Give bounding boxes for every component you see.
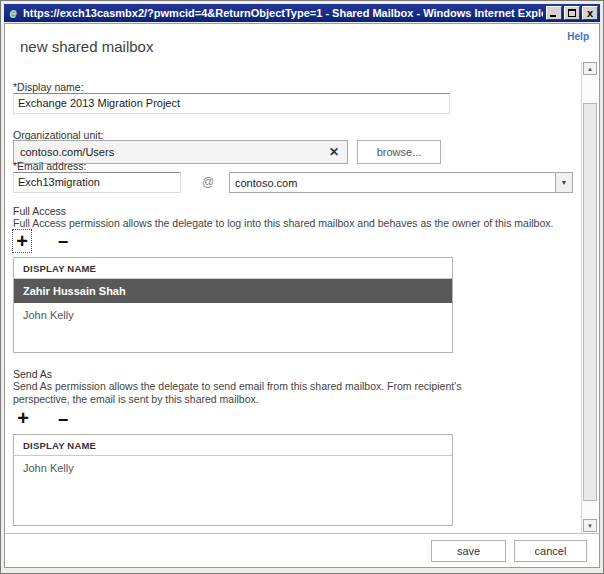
send-as-list: DISPLAY NAME John Kelly [13,434,453,526]
remove-full-access-button[interactable]: − [55,233,71,251]
email-domain-value: contoso.com [235,177,555,189]
email-address-label: *Email address: [13,160,87,172]
scrollbar-track[interactable] [583,75,597,519]
send-as-title: Send As [13,368,52,380]
scroll-down-icon[interactable]: ▼ [583,519,597,532]
cancel-button[interactable]: cancel [514,540,587,562]
browse-button[interactable]: browse... [357,140,441,164]
close-icon: x [583,7,597,19]
window-title: https://exch13casmbx2/?pwmcid=4&ReturnOb… [23,7,543,19]
display-name-column-header: DISPLAY NAME [14,435,452,456]
add-full-access-button[interactable]: + [12,229,32,253]
list-item[interactable]: Zahir Hussain Shah [14,279,452,303]
window-controls: x [546,6,598,20]
full-access-description: Full Access permission allows the delega… [13,217,553,230]
scroll-up-icon[interactable]: ▲ [583,62,597,75]
scrollbar-thumb[interactable] [583,103,597,501]
form-area: Help new shared mailbox *Display name: E… [5,24,599,534]
chevron-down-icon[interactable]: ▼ [555,173,572,192]
minimize-button[interactable] [546,6,562,20]
maximize-button[interactable] [564,6,580,20]
full-access-title: Full Access [13,205,66,217]
maximize-icon [568,9,576,17]
send-as-description: Send As permission allows the delegate t… [13,380,481,405]
page-title: new shared mailbox [20,38,153,55]
email-alias-input[interactable]: Exch13migration [13,172,181,193]
organizational-unit-value: contoso.com/Users [20,146,327,158]
list-item[interactable]: John Kelly [14,303,452,327]
help-link[interactable]: Help [567,31,589,42]
list-item[interactable]: John Kelly [14,456,452,480]
remove-send-as-button[interactable]: − [55,411,71,429]
at-symbol-icon: @ [202,175,214,189]
save-button[interactable]: save [431,540,506,562]
clear-icon[interactable]: ✕ [327,145,341,159]
titlebar[interactable]: e https://exch13casmbx2/?pwmcid=4&Return… [4,4,600,22]
browser-window: e https://exch13casmbx2/?pwmcid=4&Return… [0,0,604,574]
dialog-content: Help new shared mailbox *Display name: E… [4,23,600,568]
minimize-icon [550,15,556,17]
add-send-as-button[interactable]: + [13,408,33,428]
email-domain-select[interactable]: contoso.com ▼ [229,172,573,193]
scrollbar[interactable]: ▲ ▼ [581,62,597,533]
display-name-label: *Display name: [13,81,84,93]
full-access-list: DISPLAY NAME Zahir Hussain Shah John Kel… [13,257,453,353]
internet-explorer-icon: e [6,6,20,20]
display-name-column-header: DISPLAY NAME [14,258,452,279]
close-button[interactable]: x [582,6,598,20]
display-name-input[interactable]: Exchange 2013 Migration Project [13,93,450,114]
